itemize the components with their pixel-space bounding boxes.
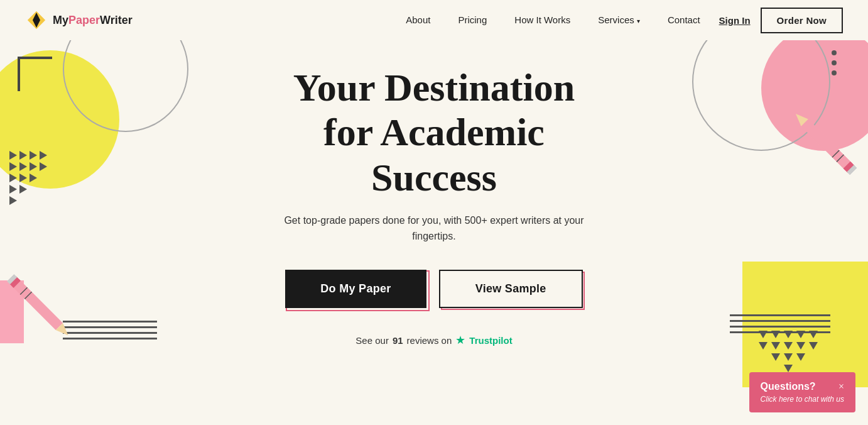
chat-widget[interactable]: Questions? × Click here to chat with us <box>749 372 855 412</box>
hero-buttons: Do My Paper View Sample <box>285 270 582 308</box>
logo-icon <box>25 9 48 31</box>
logo-text: MyPaperWriter <box>53 14 133 27</box>
hero-section: Your Destination for Academic Success Ge… <box>0 40 868 360</box>
nav-links: About Pricing How It Works Services ▾ Co… <box>392 0 713 40</box>
do-my-paper-button[interactable]: Do My Paper <box>285 270 426 308</box>
order-now-button[interactable]: Order Now <box>761 8 843 33</box>
nav-pricing[interactable]: Pricing <box>444 0 501 40</box>
trustpilot-row: See our 91 reviews on ★ Trustpilot <box>355 333 512 347</box>
view-sample-button[interactable]: View Sample <box>439 270 583 308</box>
nav-services[interactable]: Services ▾ <box>584 0 654 40</box>
logo[interactable]: MyPaperWriter <box>25 9 133 31</box>
nav-contact[interactable]: Contact <box>654 0 714 40</box>
hero-subtitle: Get top-grade papers done for you, with … <box>277 213 591 245</box>
nav-about[interactable]: About <box>392 0 444 40</box>
chevron-down-icon: ▾ <box>637 18 640 25</box>
trustpilot-logo: Trustpilot <box>469 335 512 346</box>
trustpilot-star-icon: ★ <box>455 333 465 347</box>
sign-in-link[interactable]: Sign In <box>719 15 751 26</box>
nav-right: Sign In Order Now <box>719 8 843 33</box>
chat-widget-subtitle: Click here to chat with us <box>761 395 844 404</box>
nav-how-it-works[interactable]: How It Works <box>501 0 584 40</box>
chat-close-button[interactable]: × <box>838 382 844 392</box>
hero-title: Your Destination for Academic Success <box>293 65 575 200</box>
chat-widget-header: Questions? × <box>761 381 844 392</box>
navbar: MyPaperWriter About Pricing How It Works… <box>0 0 868 40</box>
chat-widget-title: Questions? <box>761 381 816 392</box>
